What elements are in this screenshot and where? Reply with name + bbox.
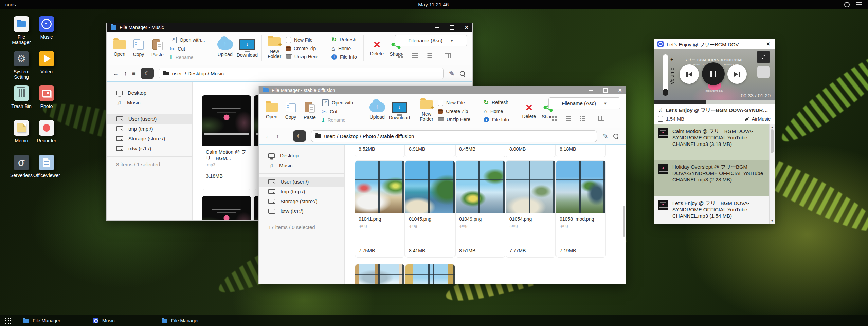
view-detail-button[interactable] <box>580 116 585 121</box>
window-titlebar[interactable]: File Manager - Music × <box>107 23 472 32</box>
next-track-button[interactable] <box>727 64 747 84</box>
playlist-toggle-button[interactable]: ≡ <box>757 66 770 78</box>
repeat-button[interactable] <box>757 51 770 63</box>
playlist-item[interactable]: Calm Motion @ フリーBGM DOVA-SYNDROME OFFIC… <box>654 124 775 160</box>
file-card-01058-mod[interactable]: 01058_mod.png .png 7.19MB <box>556 160 606 258</box>
view-columns-button[interactable] <box>598 116 604 121</box>
view-grid-button[interactable] <box>552 116 557 121</box>
playlist-scrollbar[interactable]: ▲ ▼ <box>769 124 775 224</box>
file-info-button[interactable]: i File Info <box>484 117 509 122</box>
create-zip-button[interactable]: Create Zip <box>438 109 470 114</box>
file-card-partial[interactable]: 8.52MB <box>355 145 405 157</box>
menu-icon[interactable]: ≡ <box>284 133 288 139</box>
content-scrollbar[interactable] <box>623 206 625 237</box>
refresh-button[interactable]: ↻ Refresh <box>331 37 357 43</box>
sidebar-item-desktop[interactable]: Desktop <box>259 151 344 160</box>
sidebar-item-storage-drive[interactable]: Storage (store:/) <box>259 196 344 206</box>
sort-dropdown[interactable]: Filename (Asc) ▼ <box>395 35 467 46</box>
open-with-button[interactable]: ↗ Open with... <box>322 99 357 106</box>
desktop-icon-officeviewer[interactable]: OfficeViewer <box>34 155 59 189</box>
home-button[interactable]: ⌂ Home <box>331 45 357 52</box>
sidebar-item-desktop[interactable]: Desktop <box>107 88 192 98</box>
upload-button[interactable]: Upload <box>368 102 387 120</box>
desktop-icon-photo[interactable]: Photo <box>34 85 59 120</box>
scrollbar-thumb[interactable] <box>771 129 774 153</box>
new-folder-button[interactable]: New Folder <box>266 37 283 59</box>
file-card-partial[interactable] <box>355 264 405 284</box>
sort-dropdown[interactable]: Filename (Asc) ▼ <box>548 97 620 109</box>
up-icon[interactable]: ↑ <box>276 133 279 139</box>
minimize-button[interactable] <box>435 27 439 28</box>
new-file-button[interactable]: New File <box>438 100 470 106</box>
unzip-here-button[interactable]: Unzip Here <box>438 117 470 122</box>
file-card-01041[interactable]: 01041.png .png 7.75MB <box>355 160 405 258</box>
open-button[interactable]: Open <box>110 40 129 57</box>
minimize-button[interactable] <box>755 44 759 45</box>
desktop-icon-serverless[interactable]: σ Serverless <box>9 155 34 189</box>
scroll-up-icon[interactable]: ▲ <box>771 126 774 129</box>
file-card-partial[interactable]: 8.18MB <box>556 145 606 157</box>
system-menu-icon[interactable] <box>856 2 862 6</box>
upload-button[interactable]: Upload <box>216 39 235 57</box>
player-titlebar[interactable]: Let’s Enjoy @ フリーBGM DOV... × <box>654 39 775 49</box>
file-card-01049[interactable]: 01049.png .png 8.51MB <box>455 160 505 258</box>
dark-mode-toggle[interactable]: ☾ <box>293 130 306 142</box>
power-icon[interactable] <box>844 2 850 7</box>
volume-slider-thumb[interactable] <box>663 89 668 96</box>
sidebar-item-tmp-drive[interactable]: tmp (tmp:/) <box>259 187 344 196</box>
maximize-button[interactable] <box>450 25 454 30</box>
previous-track-button[interactable] <box>680 64 699 84</box>
desktop-icon-video[interactable]: Video <box>34 51 59 85</box>
download-button[interactable]: Download <box>389 102 410 120</box>
sidebar-item-storage-drive[interactable]: Storage (store:/) <box>107 134 192 143</box>
sidebar-item-user-drive[interactable]: User (user:/) <box>107 114 192 124</box>
maximize-button[interactable] <box>603 88 608 93</box>
app-launcher-icon[interactable] <box>5 317 12 324</box>
close-button[interactable]: × <box>618 88 622 93</box>
pause-button[interactable] <box>702 62 725 85</box>
search-icon[interactable] <box>460 71 465 76</box>
sidebar-item-user-drive[interactable]: User (user:/) <box>259 177 344 187</box>
playlist-item-current[interactable]: Let’s Enjoy @ フリーBGM DOVA-SYNDROME OFFIC… <box>654 196 775 224</box>
desktop-icon-system-setting[interactable]: ⚙ System Setting <box>9 51 34 85</box>
unzip-here-button[interactable]: Unzip Here <box>286 54 318 59</box>
file-card-partial[interactable]: 8.00MB <box>506 145 556 157</box>
view-list-button[interactable] <box>566 116 571 121</box>
menu-icon[interactable]: ≡ <box>132 70 136 76</box>
close-button[interactable]: × <box>766 42 770 46</box>
file-info-button[interactable]: i File Info <box>331 54 357 60</box>
copy-button[interactable]: Copy <box>281 102 300 120</box>
up-icon[interactable]: ↑ <box>124 70 127 76</box>
path-input[interactable]: user: / Desktop / Photo / stable diffusi… <box>311 130 597 142</box>
minimize-button[interactable] <box>589 90 593 91</box>
file-card[interactable] <box>202 196 251 220</box>
paste-button[interactable]: Paste <box>300 102 319 120</box>
edit-path-icon[interactable]: ✎ <box>602 133 608 140</box>
file-card-calm-motion[interactable]: Calm Motion @ フリーBGM... .mp3 3.18MB <box>202 95 251 190</box>
view-columns-button[interactable] <box>445 53 451 58</box>
desktop-icon-file-manager[interactable]: File Manager <box>9 16 34 51</box>
edit-path-icon[interactable]: ✎ <box>449 70 455 77</box>
path-input[interactable]: user: / Desktop / Music <box>159 68 444 79</box>
view-grid-button[interactable] <box>398 54 403 58</box>
delete-button[interactable]: × Delete <box>520 103 539 119</box>
paste-button[interactable]: Paste <box>148 39 167 57</box>
desktop-icon-memo[interactable]: Memo <box>9 120 34 155</box>
copy-button[interactable]: Copy <box>129 39 148 57</box>
rename-button[interactable]: I Rename <box>170 55 205 60</box>
sidebar-item-music[interactable]: ♫ Music <box>259 160 344 170</box>
delete-button[interactable]: × Delete <box>367 40 386 56</box>
close-button[interactable]: × <box>465 25 468 30</box>
file-card-01045[interactable]: 01045.png .png 8.41MB <box>405 160 455 258</box>
sidebar-item-tmp-drive[interactable]: tmp (tmp:/) <box>107 124 192 134</box>
file-card-partial[interactable]: 8.45MB <box>455 145 505 157</box>
rename-button[interactable]: I Rename <box>322 117 357 123</box>
playlist-item[interactable]: Holiday Overslept @ フリーBGM DOVA-SYNDROME… <box>654 160 775 196</box>
cut-button[interactable]: ✂ Cut <box>322 109 357 115</box>
home-button[interactable]: ⌂ Home <box>484 108 509 114</box>
sidebar-item-ixtw-drive[interactable]: ixtw (is1:/) <box>107 143 192 153</box>
desktop-icon-recorder[interactable]: Recorder <box>34 120 59 155</box>
sidebar-item-ixtw-drive[interactable]: ixtw (is1:/) <box>259 206 344 216</box>
cut-button[interactable]: ✂ Cut <box>170 46 205 52</box>
search-icon[interactable] <box>613 134 618 139</box>
